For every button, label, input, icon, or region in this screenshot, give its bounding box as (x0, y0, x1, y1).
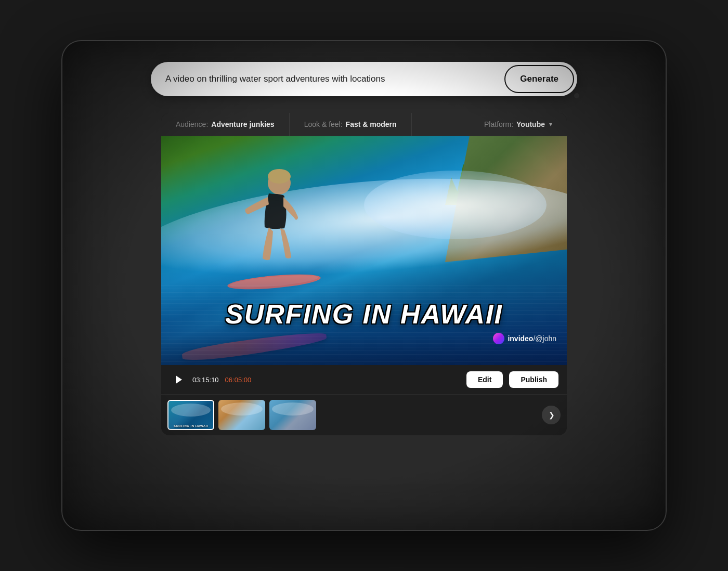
look-feel-value: Fast & modern (346, 120, 397, 128)
time-current: 03:15:10 (192, 376, 219, 384)
brand-text: invideo/@john (508, 334, 556, 343)
thumbnail-strip: SURFING IN HAWAII ❯ (161, 394, 567, 435)
chevron-down-icon: ▾ (549, 121, 552, 128)
main-content: Audience: Adventure junkies Look & feel:… (161, 113, 567, 435)
search-bar: Generate (151, 62, 577, 96)
thumbnail-3[interactable] (269, 400, 316, 430)
play-button[interactable] (170, 371, 186, 388)
play-icon (176, 375, 182, 384)
time-total: 06:05:00 (225, 376, 252, 384)
video-brand: invideo/@john (161, 333, 567, 344)
generate-button[interactable]: Generate (504, 65, 574, 93)
surf-scene: SURFING IN HAWAII invideo/@john (161, 136, 567, 365)
platform-label: Platform: (484, 120, 513, 128)
next-thumbnails-button[interactable]: ❯ (542, 406, 561, 424)
thumbnail-1[interactable]: SURFING IN HAWAII (167, 400, 214, 430)
video-preview: SURFING IN HAWAII invideo/@john (161, 136, 567, 365)
controls-bar: 03:15:10 06:05:00 Edit Publish (161, 365, 567, 394)
look-feel-filter[interactable]: Look & feel: Fast & modern (290, 113, 412, 136)
video-title-text: SURFING IN HAWAII (161, 299, 567, 330)
video-title-overlay: SURFING IN HAWAII invideo/@john (161, 299, 567, 344)
audience-filter[interactable]: Audience: Adventure junkies (161, 113, 290, 136)
search-input[interactable] (165, 74, 504, 84)
brand-logo-dot (493, 333, 504, 344)
device-frame: Generate Audience: Adventure junkies Loo… (62, 41, 666, 530)
thumbnail-2[interactable] (218, 400, 265, 430)
platform-value: Youtube (516, 120, 545, 128)
filter-bar: Audience: Adventure junkies Look & feel:… (161, 113, 567, 136)
thumb-wave-3 (272, 403, 314, 416)
platform-filter[interactable]: Platform: Youtube ▾ (470, 113, 567, 136)
thumb-wave-1 (171, 404, 211, 417)
look-feel-label: Look & feel: (304, 120, 343, 128)
thumb-label-1: SURFING IN HAWAII (168, 424, 213, 427)
thumb-wave-2 (221, 403, 263, 416)
audience-label: Audience: (176, 120, 208, 128)
publish-button[interactable]: Publish (509, 371, 558, 388)
edit-button[interactable]: Edit (466, 371, 503, 388)
wave-foam (364, 171, 547, 239)
svg-point-1 (268, 169, 291, 184)
cursor-dot (574, 93, 579, 98)
chevron-right-icon: ❯ (549, 411, 555, 419)
audience-value: Adventure junkies (211, 120, 274, 128)
